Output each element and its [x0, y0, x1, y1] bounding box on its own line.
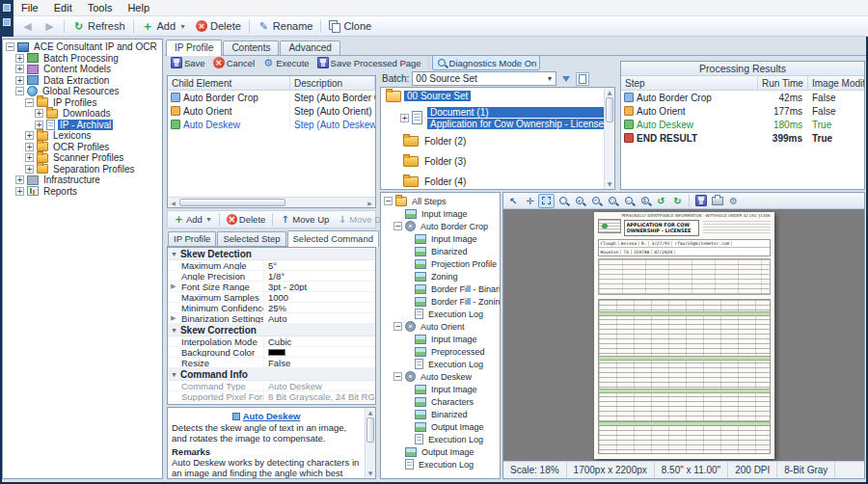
all-steps-item-output-image[interactable]: Output Image — [381, 420, 500, 433]
property-row-angle-precision[interactable]: Angle Precision1/8° — [168, 271, 375, 282]
save-processed-page-button[interactable]: Save Processed Page — [313, 55, 425, 70]
all-steps-item-all-steps[interactable]: −All Steps — [381, 195, 500, 207]
tree-expander[interactable]: + — [15, 175, 24, 184]
rotate-right-button[interactable]: ↻ — [669, 194, 686, 208]
delete-button[interactable]: ×Delete — [191, 18, 246, 34]
move-up-button[interactable]: ↑Move Up — [276, 212, 333, 227]
tree-expander[interactable]: − — [393, 222, 402, 230]
tab-selected-step[interactable]: Selected Step — [217, 231, 285, 246]
result-row-auto-orient[interactable]: Auto Orient177msFalse — [621, 104, 864, 118]
save-button[interactable]: Save — [167, 55, 209, 70]
scroll-down-button[interactable]: ▼ — [368, 469, 373, 478]
pan-tool-button[interactable]: ✛ — [522, 194, 538, 208]
tab-advanced[interactable]: Advanced — [280, 40, 339, 55]
batch-scrollbar[interactable]: ▲▼ — [604, 88, 614, 189]
all-steps-item-projection-profile[interactable]: Projection Profile — [381, 257, 500, 270]
tree-expander[interactable]: − — [393, 372, 402, 381]
step-delete-button[interactable]: ×Delete — [223, 212, 269, 227]
menu-file[interactable]: File — [14, 1, 46, 14]
clone-button[interactable]: Clone — [324, 18, 376, 34]
fit-width-button[interactable]: ↔ — [620, 194, 637, 208]
batch-item-document-1[interactable]: +Document (1)Application for Cow Ownersh… — [381, 104, 614, 131]
tree-expander[interactable]: + — [25, 131, 34, 140]
tree-expander[interactable]: + — [400, 114, 409, 122]
add-button[interactable]: +Add▼ — [137, 18, 192, 35]
resource-tree-item-global-resources[interactable]: −Global Resources — [3, 86, 162, 97]
all-steps-item-input-image[interactable]: Input Image — [381, 232, 500, 245]
all-steps-item-input-image[interactable]: Input Image — [381, 333, 500, 345]
resource-tree-item-data-extraction[interactable]: +Data Extraction — [3, 75, 162, 87]
tree-expander[interactable]: + — [35, 109, 43, 118]
property-row-background-color[interactable]: Background Color — [168, 347, 375, 358]
batch-item-00-source-set[interactable]: 00 Source Set — [381, 88, 614, 104]
property-category-skew-detection[interactable]: ▼Skew Detection — [168, 248, 375, 260]
resource-tree-item-infrastructure[interactable]: +Infrastructure — [3, 175, 162, 186]
scrollbar-thumb[interactable] — [606, 97, 613, 122]
viewer-canvas[interactable]: PERSONALLY IDENTIFIABLE INFORMATION - WI… — [503, 209, 864, 461]
batch-item-folder-4[interactable]: Folder (4) — [381, 172, 614, 190]
batch-item-folder-2[interactable]: Folder (2) — [381, 131, 614, 151]
resource-tree-item-ip-profiles[interactable]: −IP Profiles — [3, 97, 162, 109]
all-steps-item-binarized[interactable]: Binarized — [381, 408, 500, 420]
all-steps-item-execution-log[interactable]: Execution Log — [381, 433, 500, 445]
property-row-maximum-angle[interactable]: Maximum Angle5° — [168, 260, 375, 271]
all-steps-item-execution-log[interactable]: Execution Log — [381, 458, 500, 471]
scroll-down-button[interactable]: ▼ — [608, 179, 612, 189]
result-row-auto-deskew[interactable]: Auto Deskew180msTrue — [621, 118, 864, 131]
menu-edit[interactable]: Edit — [46, 1, 80, 14]
property-row-font-size-range[interactable]: ▶Font Size Range3pt - 20pt — [168, 282, 375, 292]
command-help-link[interactable]: Auto Deskew — [243, 411, 301, 421]
all-steps-item-input-image[interactable]: Input Image — [381, 383, 500, 395]
zoom-select-tool-button[interactable] — [538, 194, 555, 208]
tree-expander[interactable]: − — [6, 42, 14, 51]
column-header-child-element[interactable]: Child Element — [168, 76, 290, 90]
column-header-description[interactable]: Description — [290, 76, 375, 90]
tree-expander[interactable]: − — [25, 98, 34, 107]
result-row-end-result[interactable]: END RESULT399msTrue — [621, 131, 864, 145]
property-row-minimum-confidence[interactable]: Minimum Confidence25% — [168, 303, 375, 313]
property-category-skew-correction[interactable]: ▼Skew Correction — [168, 324, 375, 336]
nav-icon[interactable] — [3, 18, 11, 26]
property-row-interpolation-mode[interactable]: Interpolation ModeCubic — [168, 336, 375, 347]
scroll-up-button[interactable]: ▲ — [608, 88, 612, 97]
diagnostics-mode-button[interactable]: Diagnostics Mode On — [432, 55, 541, 70]
property-row-supported-pixel-formats[interactable]: Supported Pixel Formats8 Bit Grayscale, … — [168, 391, 375, 402]
horizontal-scrollbar[interactable]: ◀▶ — [168, 197, 375, 207]
save-image-button[interactable] — [692, 194, 709, 208]
tab-contents[interactable]: Contents — [223, 40, 279, 55]
tree-expander[interactable]: − — [384, 197, 393, 205]
column-header-image-modified[interactable]: Image Modified — [808, 76, 864, 90]
all-steps-item-execution-log[interactable]: Execution Log — [381, 358, 500, 370]
property-row-maximum-samples[interactable]: Maximum Samples1000 — [168, 292, 375, 303]
actual-size-button[interactable]: 1 — [637, 194, 653, 208]
tree-expander[interactable]: − — [15, 87, 24, 95]
resource-tree-item-separation-profiles[interactable]: +Separation Profiles — [3, 164, 162, 175]
column-header-run-time[interactable]: Run Time — [758, 76, 808, 90]
all-steps-item-output-image[interactable]: Output Image — [381, 445, 500, 458]
batch-combo[interactable]: 00 Source Set ▼ — [412, 71, 556, 86]
nav-forward-button[interactable]: ▶ — [39, 18, 61, 35]
pointer-tool-button[interactable]: ↖ — [505, 194, 522, 208]
zoom-in-button[interactable]: + — [571, 194, 587, 208]
fit-page-button[interactable]: □ — [604, 194, 620, 208]
batch-item-folder-3[interactable]: Folder (3) — [381, 151, 614, 172]
resource-tree-item-lexicons[interactable]: +Lexicons — [3, 130, 162, 142]
nav-back-button[interactable]: ◀ — [16, 18, 39, 35]
property-row-binarization-settings[interactable]: ▶Binarization SettingsAuto — [168, 313, 375, 324]
rotate-left-button[interactable]: ↺ — [653, 194, 669, 208]
all-steps-item-auto-orient[interactable]: −Auto Orient — [381, 320, 500, 333]
tab-ip-profile[interactable]: IP Profile — [168, 231, 216, 246]
all-steps-item-execution-log[interactable]: Execution Log — [381, 308, 500, 320]
tree-expander[interactable]: − — [393, 322, 402, 331]
refresh-button[interactable]: ↻Refresh — [68, 18, 130, 35]
scroll-left-button[interactable]: ◀ — [168, 200, 178, 206]
tree-expander[interactable]: + — [35, 121, 43, 129]
cancel-button[interactable]: ×Cancel — [209, 55, 259, 70]
execute-button[interactable]: ⚙Execute — [258, 55, 312, 70]
print-button[interactable] — [709, 194, 725, 208]
resource-tree-item-batch-processing[interactable]: +Batch Processing — [3, 53, 162, 65]
tree-expander[interactable]: + — [15, 76, 24, 85]
resource-tree-item-ace-consultant-ip-and-ocr[interactable]: −ACE Consultant IP and OCR — [3, 41, 162, 53]
child-element-row-auto-border-crop[interactable]: Auto Border CropStep (Auto Border Crop) — [168, 91, 375, 104]
property-category-command-info[interactable]: ▼Command Info — [168, 368, 375, 381]
